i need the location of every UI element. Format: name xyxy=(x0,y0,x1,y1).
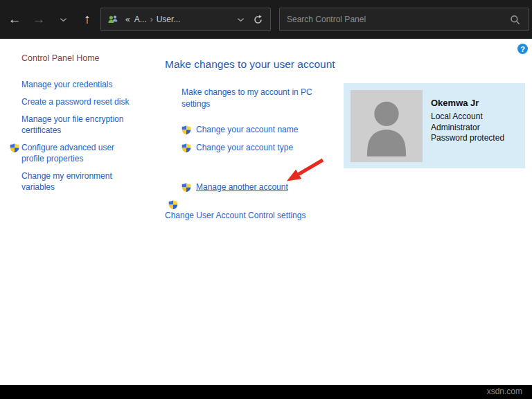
nav-buttons: ← → ↑ xyxy=(4,8,98,30)
uac-shield-icon xyxy=(181,143,191,153)
sidebar-item-label: Configure advanced user profile properti… xyxy=(21,142,134,164)
link-uac-settings[interactable]: Change User Account Control settings xyxy=(165,200,532,221)
user-accounts-icon xyxy=(107,14,118,25)
forward-button[interactable]: → xyxy=(28,8,49,30)
account-name: Okemwa Jr xyxy=(431,98,504,109)
sidebar-item-label: Create a password reset disk xyxy=(21,96,129,107)
sidebar-item-encryption-certificates[interactable]: Manage your file encryption certificates xyxy=(0,114,157,136)
uac-shield-icon xyxy=(10,143,19,153)
uac-shield-icon xyxy=(181,182,191,193)
user-silhouette-icon xyxy=(351,90,423,162)
link-label: Manage another account xyxy=(196,181,288,193)
up-button[interactable]: ↑ xyxy=(77,8,98,30)
up-icon: ↑ xyxy=(84,12,91,27)
watermark: xsdn.com xyxy=(487,387,522,396)
sidebar-item-label: Manage your credentials xyxy=(21,79,112,90)
breadcrumb-overflow[interactable]: « xyxy=(123,15,132,24)
search-icon[interactable] xyxy=(510,15,520,25)
account-type: Local Account xyxy=(431,112,504,123)
address-dropdown-icon[interactable] xyxy=(237,17,245,22)
sidebar-item-advanced-user-profile[interactable]: Configure advanced user profile properti… xyxy=(0,142,157,164)
sidebar-item-label: Change my environment variables xyxy=(21,170,134,193)
link-label: Change your account name xyxy=(196,124,298,135)
page-title: Make changes to your user account xyxy=(165,57,532,71)
content-area: Control Panel Home Manage your credentia… xyxy=(0,39,532,385)
account-role: Administrator xyxy=(431,123,504,134)
sidebar-icon-slot xyxy=(10,96,21,107)
search-box xyxy=(279,8,529,31)
link-manage-another-account[interactable]: Manage another account xyxy=(181,181,532,193)
main-panel: ? Make changes to your user account Make… xyxy=(157,39,532,385)
breadcrumb-root[interactable]: A... xyxy=(132,15,149,24)
account-details: Okemwa Jr Local Account Administrator Pa… xyxy=(431,98,504,144)
breadcrumb-current[interactable]: User... xyxy=(154,15,183,24)
avatar xyxy=(351,90,423,162)
sidebar-control-panel-home[interactable]: Control Panel Home xyxy=(21,53,157,64)
sidebar-task-list: Manage your credentials Create a passwor… xyxy=(0,79,157,193)
uac-shield-icon xyxy=(181,125,191,135)
help-button[interactable]: ? xyxy=(517,44,528,54)
sidebar-icon-slot xyxy=(10,79,21,90)
task-pane: Control Panel Home Manage your credentia… xyxy=(0,39,157,385)
chevron-down-icon xyxy=(60,17,67,22)
search-input[interactable] xyxy=(280,8,510,30)
account-password-status: Password protected xyxy=(431,133,504,144)
link-label: Change your account type xyxy=(196,142,293,153)
link-pc-settings[interactable]: Make changes to my account in PC setting… xyxy=(181,87,327,110)
sidebar-item-environment-variables[interactable]: Change my environment variables xyxy=(0,170,157,193)
address-bar[interactable]: « A... › User... xyxy=(100,8,271,31)
link-label: Change User Account Control settings xyxy=(165,210,532,221)
forward-icon: → xyxy=(33,12,46,27)
breadcrumb-separator: › xyxy=(149,15,154,24)
explorer-toolbar: ← → ↑ « A... › User... xyxy=(0,0,532,39)
sidebar-icon-slot xyxy=(10,142,21,164)
back-icon: ← xyxy=(8,12,21,27)
sidebar-icon-slot xyxy=(10,114,21,136)
uac-shield-icon xyxy=(168,200,178,210)
user-account-summary: Okemwa Jr Local Account Administrator Pa… xyxy=(344,83,525,168)
sidebar-item-label: Manage your file encryption certificates xyxy=(21,114,134,136)
sidebar-item-password-reset-disk[interactable]: Create a password reset disk xyxy=(0,96,157,107)
sidebar-item-manage-credentials[interactable]: Manage your credentials xyxy=(0,79,157,90)
sidebar-icon-slot xyxy=(10,170,21,193)
back-button[interactable]: ← xyxy=(4,8,25,30)
control-panel-window: ← → ↑ « A... › User... xyxy=(0,0,532,399)
refresh-icon[interactable] xyxy=(253,15,263,25)
recent-locations-button[interactable] xyxy=(53,8,73,30)
